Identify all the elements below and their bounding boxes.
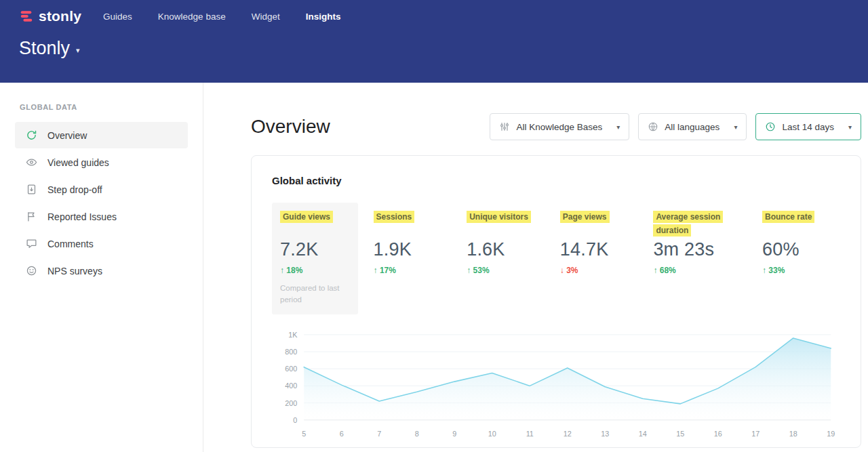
sidebar-item-viewed-guides[interactable]: Viewed guides bbox=[15, 149, 188, 176]
metric-guide-views[interactable]: Guide views 7.2K ↑ 18% Compared to last … bbox=[272, 203, 358, 314]
stonly-logo[interactable]: stonly bbox=[19, 8, 81, 24]
filter-label: Last 14 days bbox=[782, 122, 834, 132]
globe-icon bbox=[648, 121, 658, 132]
sidebar-item-label: Reported Issues bbox=[47, 211, 117, 222]
trend-arrow-icon: ↑ bbox=[280, 266, 284, 275]
svg-text:9: 9 bbox=[452, 430, 456, 438]
svg-text:19: 19 bbox=[827, 430, 835, 438]
flag-icon bbox=[26, 211, 37, 222]
svg-text:1K: 1K bbox=[288, 330, 298, 338]
trend-arrow-icon: ↑ bbox=[374, 266, 378, 275]
metric-value: 1.6K bbox=[467, 239, 536, 260]
sidebar-item-label: Viewed guides bbox=[47, 157, 109, 168]
filters-bar: All Knowledge Bases ▾ All languages ▾ La… bbox=[490, 113, 861, 140]
eye-icon bbox=[26, 157, 37, 168]
sidebar-item-label: Overview bbox=[47, 130, 87, 141]
metric-change: 68% bbox=[660, 266, 676, 275]
workspace-selector[interactable]: Stonly ▾ bbox=[19, 38, 849, 59]
filter-label: All Knowledge Bases bbox=[516, 122, 602, 132]
metric-value: 14.7K bbox=[560, 239, 630, 260]
metric-value: 60% bbox=[762, 239, 832, 260]
smiley-icon bbox=[26, 265, 37, 276]
sidebar-section-label: GLOBAL DATA bbox=[20, 103, 183, 111]
metric-label: Bounce rate bbox=[762, 211, 814, 223]
metric-average-session-duration[interactable]: Average session duration 3m 23s ↑ 68% bbox=[645, 203, 747, 314]
global-activity-card: Global activity Guide views 7.2K ↑ 18% C… bbox=[251, 155, 861, 448]
comment-icon bbox=[26, 238, 37, 249]
svg-text:600: 600 bbox=[285, 365, 297, 373]
svg-text:0: 0 bbox=[293, 415, 297, 424]
metric-label: Sessions bbox=[374, 211, 415, 223]
svg-text:800: 800 bbox=[285, 347, 297, 355]
sidebar-item-reported-issues[interactable]: Reported Issues bbox=[15, 203, 188, 230]
brand-text: stonly bbox=[39, 8, 81, 24]
metric-value: 1.9K bbox=[374, 239, 443, 260]
svg-text:10: 10 bbox=[488, 430, 496, 438]
sidebar-item-nps-surveys[interactable]: NPS surveys bbox=[15, 258, 188, 284]
chevron-down-icon: ▾ bbox=[848, 123, 852, 131]
sidebar-item-label: Comments bbox=[47, 239, 94, 249]
sidebar-item-step-drop-off[interactable]: Step drop-off bbox=[15, 176, 188, 203]
metric-change: 17% bbox=[380, 266, 396, 275]
sidebar-item-label: NPS surveys bbox=[47, 266, 102, 276]
metric-value: 7.2K bbox=[280, 239, 350, 260]
language-filter-dropdown[interactable]: All languages ▾ bbox=[638, 113, 747, 140]
card-title: Global activity bbox=[272, 175, 840, 186]
global-activity-chart: 02004006008001K5678910111213141516171819 bbox=[272, 329, 840, 443]
trend-arrow-icon: ↑ bbox=[653, 266, 657, 275]
sidebar-item-label: Step drop-off bbox=[47, 184, 102, 195]
svg-text:14: 14 bbox=[639, 430, 647, 438]
top-nav: Guides Knowledge base Widget Insights bbox=[103, 12, 340, 22]
overview-icon bbox=[26, 129, 37, 141]
metric-label: Unique visitors bbox=[467, 211, 531, 223]
trend-arrow-icon: ↑ bbox=[762, 266, 766, 275]
nav-guides[interactable]: Guides bbox=[103, 12, 132, 22]
svg-text:15: 15 bbox=[676, 430, 684, 438]
sidebar-item-overview[interactable]: Overview bbox=[15, 122, 188, 148]
metric-unique-visitors[interactable]: Unique visitors 1.6K ↑ 53% bbox=[458, 203, 545, 314]
top-header: stonly Guides Knowledge base Widget Insi… bbox=[0, 0, 868, 83]
sidebar-item-comments[interactable]: Comments bbox=[15, 230, 188, 257]
metric-change: 18% bbox=[286, 266, 302, 275]
nav-knowledge-base[interactable]: Knowledge base bbox=[158, 12, 226, 22]
chevron-down-icon: ▾ bbox=[76, 42, 80, 55]
filter-label: All languages bbox=[665, 122, 719, 132]
svg-text:11: 11 bbox=[526, 430, 534, 438]
knowledge-base-filter-dropdown[interactable]: All Knowledge Bases ▾ bbox=[490, 113, 629, 140]
metric-label: Page views bbox=[560, 211, 610, 223]
metric-page-views[interactable]: Page views 14.7K ↓ 3% bbox=[552, 203, 638, 314]
metrics-row: Guide views 7.2K ↑ 18% Compared to last … bbox=[272, 203, 840, 314]
nav-widget[interactable]: Widget bbox=[252, 12, 280, 22]
metric-label: Guide views bbox=[280, 211, 333, 223]
chevron-down-icon: ▾ bbox=[734, 123, 737, 131]
metric-change: 33% bbox=[768, 266, 785, 275]
sidebar: GLOBAL DATA Overview Viewed guides Step … bbox=[0, 83, 203, 452]
knowledge-base-filter-icon bbox=[499, 121, 510, 132]
svg-text:12: 12 bbox=[564, 430, 572, 438]
svg-text:17: 17 bbox=[751, 430, 760, 438]
chevron-down-icon: ▾ bbox=[616, 123, 620, 131]
metric-bounce-rate[interactable]: Bounce rate 60% ↑ 33% bbox=[754, 203, 840, 314]
stonly-logo-icon bbox=[19, 9, 34, 24]
nav-insights[interactable]: Insights bbox=[306, 12, 341, 22]
svg-text:200: 200 bbox=[285, 398, 297, 407]
step-dropoff-icon bbox=[26, 184, 37, 195]
metric-change: 53% bbox=[473, 266, 490, 275]
svg-text:8: 8 bbox=[415, 430, 419, 438]
metric-note: Compared to last period bbox=[280, 283, 350, 306]
svg-text:400: 400 bbox=[285, 382, 297, 390]
page-title: Overview bbox=[251, 116, 330, 138]
workspace-title: Stonly bbox=[19, 38, 70, 59]
metric-change: 3% bbox=[566, 266, 578, 275]
metric-label: Average session duration bbox=[653, 211, 723, 237]
main-content: Overview All Knowledge Bases ▾ All langu… bbox=[203, 83, 868, 452]
svg-text:13: 13 bbox=[601, 430, 609, 438]
trend-arrow-icon: ↓ bbox=[560, 266, 564, 275]
svg-text:16: 16 bbox=[714, 430, 722, 438]
date-range-dropdown[interactable]: Last 14 days ▾ bbox=[755, 113, 861, 140]
trend-arrow-icon: ↑ bbox=[467, 266, 471, 275]
svg-text:18: 18 bbox=[789, 430, 797, 438]
metric-sessions[interactable]: Sessions 1.9K ↑ 17% bbox=[366, 203, 452, 314]
clock-icon bbox=[765, 121, 776, 132]
area-chart-svg: 02004006008001K5678910111213141516171819 bbox=[272, 329, 840, 443]
